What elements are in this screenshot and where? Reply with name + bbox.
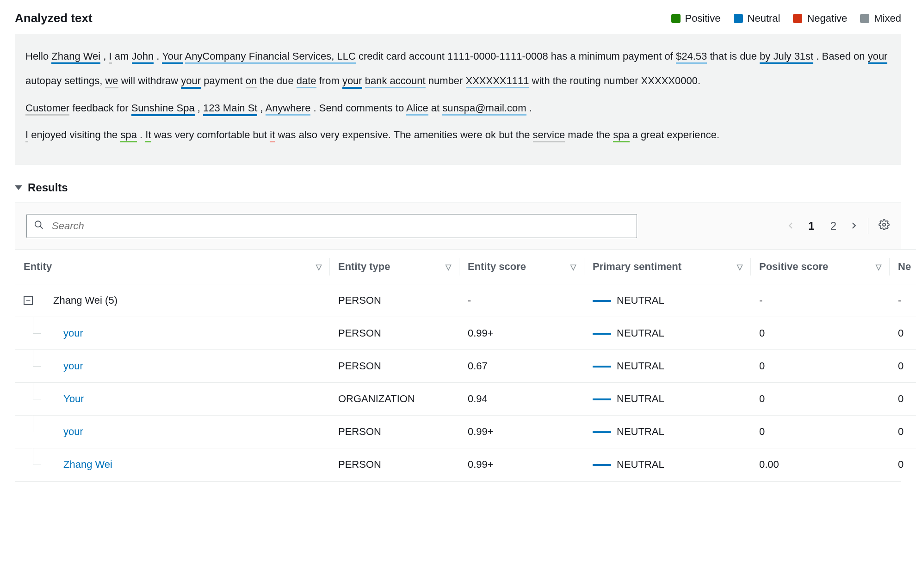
col-primary-sentiment[interactable]: Primary sentiment▽ <box>584 250 751 284</box>
entity-sunshine-spa[interactable]: Sunshine Spa <box>131 102 195 116</box>
entity-it[interactable]: It <box>145 129 151 142</box>
text-fragment: enjoyed visiting the <box>28 129 120 141</box>
table-row: yourPERSON0.67NEUTRAL00 <box>15 350 916 383</box>
entity-spa[interactable]: spa <box>613 129 629 142</box>
analyzed-text-p2: Customer feedback for Sunshine Spa , 123… <box>25 96 891 121</box>
entity-your[interactable]: Your <box>162 50 182 64</box>
entity-type-value: PERSON <box>330 350 459 383</box>
page-1[interactable]: 1 <box>805 218 817 234</box>
col-positive-score-label: Positive score <box>759 261 828 273</box>
negative-score-value: 0 <box>890 448 916 481</box>
entity-due-date[interactable]: by July 31st <box>760 50 813 64</box>
page-title: Analyzed text <box>15 11 93 25</box>
entity-score-value: 0.99+ <box>459 416 584 448</box>
col-negative-score[interactable]: Ne <box>890 250 916 284</box>
col-negative-score-label: Ne <box>898 261 911 273</box>
page-next-button[interactable] <box>849 220 858 233</box>
page-2[interactable]: 2 <box>828 218 839 234</box>
entity-company[interactable]: AnyCompany Financial Services, LLC <box>185 50 356 64</box>
results-toggle[interactable]: Results <box>15 181 901 194</box>
positive-score-value: 0 <box>751 416 890 448</box>
col-entity-type-label: Entity type <box>338 261 390 273</box>
entity-your[interactable]: your <box>342 75 362 89</box>
entity-name[interactable]: Zhang Wei <box>63 459 112 471</box>
negative-score-value: - <box>890 284 916 317</box>
entity-type-value: PERSON <box>330 448 459 481</box>
legend-mixed-label: Mixed <box>874 12 901 24</box>
col-entity-score[interactable]: Entity score▽ <box>459 250 584 284</box>
collapse-toggle[interactable]: − <box>24 296 33 305</box>
text-fragment: , <box>257 102 265 114</box>
legend-positive: Positive <box>671 12 721 24</box>
entity-your[interactable]: your <box>181 75 201 89</box>
svg-line-1 <box>40 226 43 229</box>
positive-score-value: 0 <box>751 383 890 416</box>
positive-score-value: 0.00 <box>751 448 890 481</box>
entity-it[interactable]: it <box>270 129 275 142</box>
entity-zhang-wei[interactable]: Zhang Wei <box>51 50 100 64</box>
entity-john[interactable]: John <box>132 50 154 64</box>
text-fragment: credit card account 1111-0000-1111-0008 … <box>356 50 676 62</box>
entity-name[interactable]: Your <box>63 393 84 405</box>
swatch-negative-icon <box>793 14 802 23</box>
col-positive-score[interactable]: Positive score▽ <box>751 250 890 284</box>
entity-customer[interactable]: Customer <box>25 102 69 116</box>
entity-spa[interactable]: spa <box>120 129 136 142</box>
entity-address[interactable]: 123 Main St <box>203 102 257 116</box>
tree-branch-icon <box>28 393 58 404</box>
entity-we[interactable]: we <box>105 75 118 88</box>
col-entity-label: Entity <box>24 261 52 273</box>
legend-negative-label: Negative <box>807 12 847 24</box>
entity-type-value: PERSON <box>330 284 459 317</box>
legend-negative: Negative <box>793 12 847 24</box>
text-fragment: . Send comments to <box>310 102 406 114</box>
entity-date[interactable]: date <box>297 75 316 88</box>
entity-type-value: PERSON <box>330 416 459 448</box>
entity-name[interactable]: your <box>63 360 83 372</box>
header-row: Analyzed text Positive Neutral Negative … <box>15 11 901 25</box>
settings-button[interactable] <box>879 219 890 233</box>
col-entity-score-label: Entity score <box>468 261 526 273</box>
entity-score-value: 0.99+ <box>459 317 584 350</box>
entity-service[interactable]: service <box>533 129 565 142</box>
positive-score-value: 0 <box>751 317 890 350</box>
tree-branch-icon <box>28 328 58 339</box>
entity-email[interactable]: sunspa@mail.com <box>442 102 526 116</box>
col-entity-type[interactable]: Entity type▽ <box>330 250 459 284</box>
entity-name[interactable]: your <box>63 426 83 438</box>
table-row: YourORGANIZATION0.94NEUTRAL00 <box>15 383 916 416</box>
text-fragment: with the routing number XXXXX0000. <box>529 75 700 86</box>
entity-name[interactable]: your <box>63 327 83 339</box>
text-fragment: the due <box>257 75 297 86</box>
entity-bank-account[interactable]: bank account <box>365 75 426 88</box>
sort-icon: ▽ <box>446 263 451 271</box>
sentiment-bar-icon <box>593 333 611 335</box>
entity-on[interactable]: on <box>246 75 257 88</box>
divider <box>868 218 868 234</box>
text-fragment: . <box>137 129 145 141</box>
col-primary-sentiment-label: Primary sentiment <box>593 261 681 273</box>
text-fragment: made the <box>565 129 613 141</box>
negative-score-value: 0 <box>890 317 916 350</box>
caret-down-icon <box>15 185 22 190</box>
legend-mixed: Mixed <box>860 12 901 24</box>
page-prev-button[interactable] <box>787 220 795 233</box>
sentiment-legend: Positive Neutral Negative Mixed <box>671 12 902 24</box>
entity-account-number[interactable]: XXXXXX1111 <box>466 75 529 88</box>
table-row: Zhang WeiPERSON0.99+NEUTRAL0.000 <box>15 448 916 481</box>
entity-amount[interactable]: $24.53 <box>676 50 707 64</box>
search-input[interactable] <box>26 214 637 238</box>
analyzed-text-p3: I enjoyed visiting the spa . It was very… <box>25 123 891 147</box>
entity-city[interactable]: Anywhere <box>266 102 311 116</box>
entity-your[interactable]: your <box>868 50 888 64</box>
entity-alice[interactable]: Alice <box>406 102 428 116</box>
negative-score-value: 0 <box>890 383 916 416</box>
negative-score-value: 0 <box>890 416 916 448</box>
search-wrap <box>26 214 637 238</box>
svg-point-2 <box>883 223 885 226</box>
positive-score-value: - <box>751 284 890 317</box>
text-fragment: at <box>428 102 443 114</box>
swatch-neutral-icon <box>734 14 743 23</box>
col-entity[interactable]: Entity▽ <box>15 250 330 284</box>
sentiment-bar-icon <box>593 431 611 433</box>
